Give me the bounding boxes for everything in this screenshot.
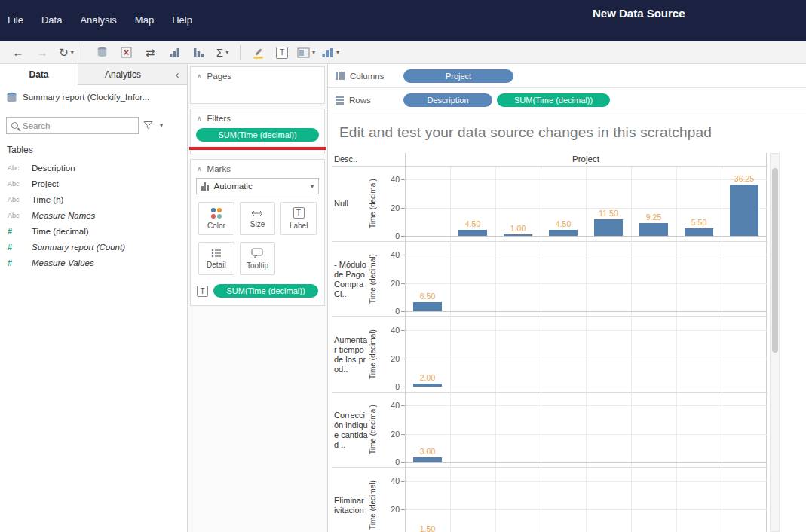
refresh-data-button[interactable]: ↻▾ <box>56 44 77 62</box>
row-category-label[interactable]: - Módulo de Pago Compra Cl.. <box>334 242 368 316</box>
plot-area: 4.501.004.5011.509.255.5036.25 <box>405 167 767 242</box>
bar[interactable] <box>458 230 487 236</box>
axis-tick-label: 0 <box>375 457 400 466</box>
fit-selector[interactable]: ▾ <box>296 44 317 62</box>
string-type-icon: Abc <box>8 196 26 203</box>
axis-tick-label: 20 <box>375 430 400 439</box>
row-category-label[interactable]: Aumentar tiempo de los prod.. <box>334 317 368 392</box>
gridline <box>722 317 722 393</box>
gridline <box>405 330 767 331</box>
tab-analytics[interactable]: Analytics <box>78 64 167 85</box>
axis-tick-label: 40 <box>375 401 400 410</box>
vertical-scrollbar[interactable] <box>770 153 780 532</box>
sort-ascending-button[interactable] <box>164 44 185 62</box>
row-category-label[interactable]: Eliminar ivitacion <box>334 468 368 532</box>
rows-pill-description[interactable]: Description <box>403 93 492 107</box>
filters-pill[interactable]: SUM(Time (decimal)) <box>196 128 319 142</box>
scrollbar-thumb[interactable] <box>772 168 778 353</box>
totals-button[interactable]: Σ▾ <box>212 44 233 62</box>
bar[interactable] <box>504 234 532 236</box>
menu-item-file[interactable]: File <box>8 14 23 26</box>
toolbar-separator <box>84 45 84 60</box>
field-measure-values[interactable]: # Measure Values <box>0 255 187 271</box>
marks-card: ∧Marks Automatic ▾ Color Size T Label De… <box>190 159 325 306</box>
mark-type-selector[interactable]: Automatic ▾ <box>196 178 319 194</box>
field-time-decimal[interactable]: # Time (decimal) <box>0 223 187 239</box>
size-button[interactable]: Size <box>240 202 276 235</box>
axis-tick-label: 20 <box>375 203 400 212</box>
bar[interactable] <box>549 230 578 236</box>
new-data-source-button[interactable] <box>91 44 112 62</box>
filter-fields-icon[interactable] <box>143 121 153 130</box>
bar[interactable] <box>413 302 442 311</box>
column-header-label: Project <box>405 154 767 164</box>
gridline <box>676 242 677 317</box>
bar-value-label: 36.25 <box>722 174 767 183</box>
gridline <box>541 167 541 242</box>
toolbar: ← → ↻▾ ⇄ Σ▾ T ▾ ▾ <box>0 41 806 64</box>
bar-value-label: 4.50 <box>541 219 586 228</box>
highlight-button[interactable] <box>247 44 268 62</box>
search-input[interactable] <box>23 121 113 130</box>
highlighter-icon <box>253 47 264 59</box>
show-me-chart-icon <box>321 47 334 58</box>
field-project[interactable]: Abc Project <box>0 176 187 191</box>
columns-pill-project[interactable]: Project <box>403 69 513 83</box>
field-time-h[interactable]: Abc Time (h) <box>0 191 187 207</box>
field-description[interactable]: Abc Description <box>0 160 187 176</box>
bar[interactable] <box>413 457 442 462</box>
axis-baseline <box>405 462 767 463</box>
field-options-caret[interactable]: ▾ <box>160 122 163 129</box>
data-pane: Data Analytics ‹ Summary report (Clockif… <box>0 64 188 532</box>
gridline <box>450 167 451 242</box>
bar[interactable] <box>594 219 623 236</box>
chart-row: - Módulo de Pago Compra Cl..Time (decima… <box>332 242 768 317</box>
plot-area: 6.50 <box>405 242 767 317</box>
caret-icon: ▾ <box>336 49 339 56</box>
menu-item-map[interactable]: Map <box>135 14 154 26</box>
string-type-icon: Abc <box>8 164 26 172</box>
row-category-label[interactable]: Null <box>334 167 368 241</box>
field-measure-names[interactable]: Abc Measure Names <box>0 207 187 223</box>
axis-baseline <box>405 387 767 387</box>
show-mark-labels-button[interactable]: T <box>271 44 293 62</box>
menu-item-help[interactable]: Help <box>172 14 192 26</box>
bar-value-label: 2.00 <box>405 373 450 382</box>
bar[interactable] <box>730 185 758 236</box>
undo-button[interactable]: ← <box>8 44 29 62</box>
menu-item-data[interactable]: Data <box>41 14 62 26</box>
bar[interactable] <box>639 223 668 236</box>
sort-descending-button[interactable] <box>188 44 209 62</box>
bar-value-label: 11.50 <box>586 209 631 218</box>
tab-data[interactable]: Data <box>0 64 78 85</box>
collapse-pane-button[interactable]: ‹ <box>167 64 187 85</box>
search-box[interactable] <box>6 117 139 134</box>
datasource-item[interactable]: Summary report (Clockify_Infor... <box>0 85 187 109</box>
bar[interactable] <box>685 228 713 236</box>
menu-item-analysis[interactable]: Analysis <box>80 14 116 26</box>
pause-auto-updates-button[interactable] <box>115 44 136 62</box>
axis-tick-label: 20 <box>375 354 400 363</box>
fit-icon <box>297 47 310 58</box>
datasource-name: Summary report (Clockify_Infor... <box>23 93 149 102</box>
bar-chart-icon <box>201 182 209 191</box>
tooltip-button[interactable]: Tooltip <box>240 242 276 275</box>
rows-shelf[interactable]: Rows Description SUM(Time (decimal)) <box>328 88 806 112</box>
menu-items: File Data Analysis Map Help <box>8 14 192 26</box>
field-summary-report-count[interactable]: # Summary report (Count) <box>0 239 187 255</box>
color-button[interactable]: Color <box>198 202 234 235</box>
row-category-label[interactable]: Corrección indique cantidad .. <box>334 393 368 467</box>
columns-shelf[interactable]: Columns Project <box>328 64 806 88</box>
swap-rows-columns-button[interactable]: ⇄ <box>139 44 161 62</box>
chart-rows: NullTime (decimal)020404.501.004.5011.50… <box>332 167 768 532</box>
bar[interactable] <box>413 384 442 387</box>
show-me-button[interactable]: ▾ <box>320 44 341 62</box>
marks-pill[interactable]: SUM(Time (decimal)) <box>213 284 318 298</box>
redo-button[interactable]: → <box>32 44 53 62</box>
rows-pill-sum-time[interactable]: SUM(Time (decimal)) <box>497 93 610 107</box>
detail-button[interactable]: Detail <box>198 242 234 275</box>
axis-tick-label: 40 <box>375 476 400 485</box>
label-button[interactable]: T Label <box>280 202 317 235</box>
chart-header: Desc.. Project <box>332 153 768 167</box>
columns-icon <box>336 72 345 80</box>
